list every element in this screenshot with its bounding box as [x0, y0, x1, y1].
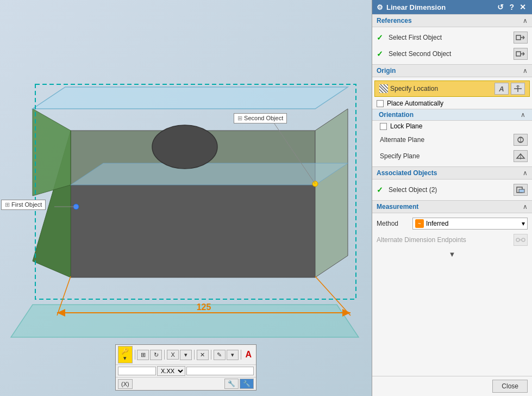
associated-objects-collapse-arrow: ∧: [523, 169, 528, 177]
first-object-label: First Object: [1, 200, 46, 210]
origin-content: Specify Location A Place Automatically O…: [372, 77, 532, 166]
associated-objects-content: ✓ Select Object (2): [372, 180, 532, 200]
alt-dim-row: Alternate Dimension Endpoints: [372, 232, 532, 248]
references-section-header[interactable]: References ∧: [372, 14, 532, 27]
titlebar-icons: ↺ ? ✕: [496, 3, 528, 11]
3d-scene: 125: [0, 0, 372, 396]
specify-location-row[interactable]: Specify Location A: [374, 81, 530, 97]
svg-point-8: [152, 125, 217, 169]
orientation-subsection-header[interactable]: Orientation ∧: [372, 109, 532, 121]
origin-section-header[interactable]: Origin ∧: [372, 64, 532, 77]
method-select[interactable]: ~ Inferred ▾: [412, 218, 528, 230]
svg-rect-37: [519, 189, 524, 193]
svg-text:125: 125: [197, 302, 211, 312]
pencil-dropdown[interactable]: ▾: [227, 350, 239, 360]
associated-objects-section-header[interactable]: Associated Objects ∧: [372, 166, 532, 180]
svg-marker-7: [71, 163, 348, 185]
second-object-label: Second Object: [234, 113, 287, 123]
specify-plane-label: Specify Plane: [380, 152, 510, 160]
toolbar-row-3: (X) 🔧 🔧: [116, 378, 256, 390]
associated-objects-label: Associated Objects: [377, 169, 437, 177]
titlebar-left: ⚙ Linear Dimension: [377, 3, 446, 11]
measurement-content: Method ~ Inferred ▾ Alternate Dimension …: [372, 213, 532, 263]
origin-collapse-arrow: ∧: [523, 67, 528, 75]
separator-2: [164, 350, 165, 360]
svg-rect-20: [516, 35, 521, 40]
dropdown-arrow: ▾: [522, 220, 525, 227]
wrench-button[interactable]: 🔧: [224, 379, 239, 389]
specify-plane-icon: [516, 152, 525, 160]
method-label: Method: [377, 220, 409, 227]
x-dropdown[interactable]: ▾: [180, 350, 192, 360]
orientation-label: Orientation: [379, 111, 414, 119]
alt-dim-icon: [516, 236, 525, 244]
first-object-button[interactable]: [514, 32, 528, 44]
method-value: Inferred: [426, 220, 448, 227]
select-object-label: Select Object (2): [389, 186, 510, 194]
method-row: Method ~ Inferred ▾: [372, 215, 532, 232]
second-object-check: ✓: [377, 49, 385, 58]
specify-plane-button[interactable]: [514, 150, 528, 162]
second-object-row-label: Select Second Object: [389, 50, 510, 58]
select-object-icon: [516, 185, 525, 194]
grid-button[interactable]: ⊞: [137, 350, 149, 360]
expand-row: ▼: [372, 248, 532, 261]
select-object-button[interactable]: [514, 184, 528, 196]
help-icon[interactable]: ?: [508, 3, 516, 11]
alt-dim-label: Alternate Dimension Endpoints: [377, 236, 510, 244]
orientation-collapse-arrow: ∧: [521, 111, 525, 119]
precision-select[interactable]: X.XX X.X X: [157, 366, 185, 376]
specify-location-btn-a[interactable]: A: [495, 83, 509, 95]
gear-icon: ⚙: [377, 3, 383, 11]
second-object-icon: [516, 49, 525, 58]
inferred-icon: ~: [415, 219, 424, 228]
lock-plane-label: Lock Plane: [390, 122, 422, 130]
specify-location-btn-grid[interactable]: [511, 83, 525, 95]
second-object-row: ✓ Select Second Object: [372, 46, 532, 62]
dimension-input-right[interactable]: [186, 367, 254, 375]
first-object-row: ✓ Select First Object: [372, 29, 532, 46]
alternate-plane-button[interactable]: [514, 134, 528, 146]
close-panel-icon[interactable]: ✕: [518, 3, 528, 11]
viewport-area: 125 First Object Second Object 🔑▾ ⊞ ↻ X …: [0, 0, 372, 396]
separator-3: [194, 350, 195, 360]
grid-origin-icon: [514, 85, 522, 92]
select-object-check: ✓: [377, 185, 385, 194]
expand-arrow[interactable]: ▼: [449, 250, 456, 258]
separator-1: [135, 350, 135, 360]
place-automatically-row: Place Automatically: [372, 98, 532, 109]
cross-button[interactable]: ✕: [197, 350, 209, 360]
lock-plane-checkbox[interactable]: [380, 123, 387, 130]
toolbar-row-1: 🔑▾ ⊞ ↻ X ▾ ✕ ✎ ▾ A: [116, 345, 256, 365]
references-label: References: [377, 17, 412, 24]
first-object-check: ✓: [377, 33, 385, 42]
close-button[interactable]: Close: [492, 380, 528, 393]
refresh-icon[interactable]: ↺: [496, 3, 505, 11]
measurement-section-header[interactable]: Measurement ∧: [372, 200, 532, 213]
alternate-plane-label: Alternate Plane: [380, 136, 510, 144]
method-select-inner: ~ Inferred: [415, 219, 522, 228]
panel-titlebar: ⚙ Linear Dimension ↺ ? ✕: [372, 0, 532, 14]
lock-plane-row: Lock Plane: [372, 121, 532, 132]
key-button[interactable]: 🔑▾: [118, 346, 133, 363]
svg-marker-12: [342, 309, 351, 317]
specify-plane-row: Specify Plane: [372, 148, 532, 164]
alternate-plane-icon: [516, 135, 525, 144]
x-button[interactable]: X: [167, 350, 179, 360]
first-object-icon: [516, 33, 525, 42]
first-object-row-label: Select First Object: [389, 34, 510, 41]
references-collapse-arrow: ∧: [523, 17, 528, 24]
place-auto-label: Place Automatically: [387, 100, 443, 107]
svg-marker-0: [11, 305, 359, 337]
dimension-input-left[interactable]: [118, 367, 156, 375]
pencil-button[interactable]: ✎: [214, 350, 226, 360]
alt-dim-button[interactable]: [514, 234, 528, 246]
x-paren-button[interactable]: (X): [118, 379, 133, 389]
second-object-button[interactable]: [514, 48, 528, 60]
rotate-button[interactable]: ↻: [150, 350, 162, 360]
settings-button[interactable]: 🔧: [240, 379, 254, 389]
svg-marker-5: [33, 109, 71, 196]
place-auto-checkbox[interactable]: [377, 100, 384, 107]
measurement-collapse-arrow: ∧: [523, 203, 528, 211]
svg-marker-3: [315, 109, 348, 277]
